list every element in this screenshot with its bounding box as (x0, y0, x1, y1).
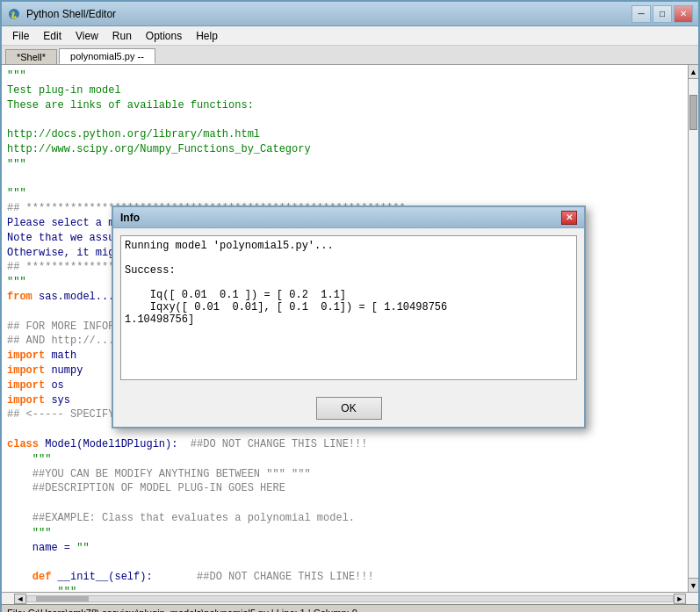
minimize-button[interactable]: ─ (631, 5, 651, 23)
dialog-close-button[interactable]: ✕ (561, 211, 577, 225)
menu-file[interactable]: File (5, 28, 36, 44)
dialog-footer: OK (113, 390, 584, 427)
menu-run[interactable]: Run (105, 28, 139, 44)
dialog-title: Info (120, 212, 561, 224)
h-scroll-thumb[interactable] (36, 596, 89, 601)
dialog-title-bar: Info ✕ (113, 207, 584, 228)
tab-polynomial[interactable]: polynomial5.py -- (59, 48, 155, 64)
main-window: 🐍 Python Shell/Editor ─ □ ✕ File Edit Vi… (0, 0, 700, 612)
tab-bar: *Shell* polynomial5.py -- (2, 46, 698, 65)
tab-shell[interactable]: *Shell* (5, 49, 57, 64)
dialog-text-area[interactable]: Running model 'polynomial5.py'... Succes… (120, 235, 577, 380)
dialog-overlay: Info ✕ Running model 'polynomial5.py'...… (2, 65, 698, 592)
svg-text:🐍: 🐍 (10, 11, 18, 19)
app-icon: 🐍 (7, 7, 21, 21)
window-controls: ─ □ ✕ (631, 5, 693, 23)
h-scroll-track[interactable] (26, 595, 674, 602)
menu-help[interactable]: Help (189, 28, 225, 44)
maximize-button[interactable]: □ (653, 5, 672, 23)
title-bar: 🐍 Python Shell/Editor ─ □ ✕ (2, 2, 698, 26)
horizontal-scrollbar[interactable]: ◄ ► (2, 592, 698, 604)
menu-view[interactable]: View (69, 28, 105, 44)
dialog-body: Running model 'polynomial5.py'... Succes… (113, 228, 584, 390)
ok-button[interactable]: OK (316, 397, 382, 420)
close-button[interactable]: ✕ (674, 5, 693, 23)
status-text: File: C:\Users\smk78\.sasview\plugin_mod… (7, 608, 357, 613)
window-title: Python Shell/Editor (26, 8, 631, 20)
status-bar: File: C:\Users\smk78\.sasview\plugin_mod… (2, 604, 698, 612)
menu-edit[interactable]: Edit (36, 28, 69, 44)
menu-options[interactable]: Options (139, 28, 189, 44)
menu-bar: File Edit View Run Options Help (2, 26, 698, 46)
info-dialog: Info ✕ Running model 'polynomial5.py'...… (112, 205, 586, 428)
editor-area: """ Test plug-in model These are links o… (2, 65, 698, 592)
